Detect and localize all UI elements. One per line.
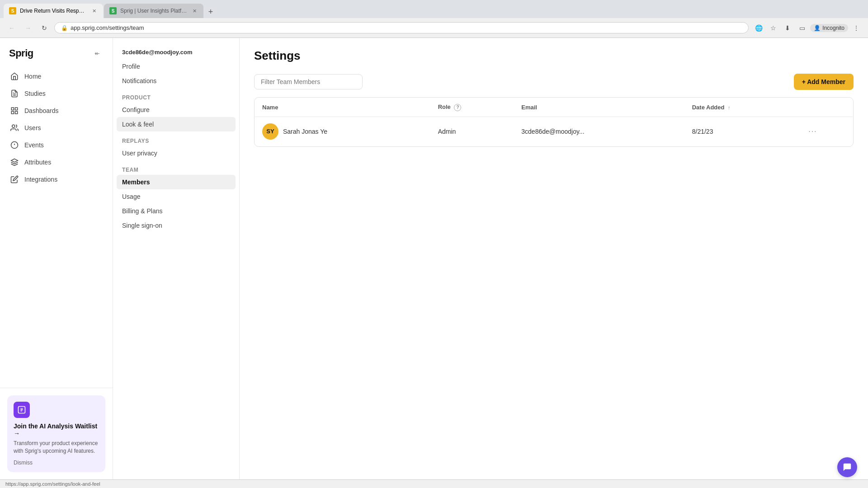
ai-card-description: Transform your product experience with S…	[14, 440, 99, 455]
member-name: Sarah Jonas Ye	[283, 128, 327, 135]
ai-analysis-card: Join the AI Analysis Waitlist → Transfor…	[7, 395, 105, 472]
team-table-body: SY Sarah Jonas Ye Admin 3cde86de@moodjoy…	[255, 117, 853, 146]
sidebar-item-home[interactable]: Home	[5, 68, 107, 85]
main-area: 3cde86de@moodjoy.com Profile Notificatio…	[113, 38, 868, 479]
status-url: https://app.sprig.com/settings/look-and-…	[5, 481, 100, 487]
member-date-cell: 8/21/23	[685, 117, 802, 146]
lock-icon: 🔒	[61, 25, 68, 31]
col-email: Email	[514, 98, 684, 117]
users-icon	[10, 123, 19, 132]
sidebar-header: Sprig ↞	[0, 38, 113, 64]
status-bar: https://app.sprig.com/settings/look-and-…	[0, 479, 868, 488]
settings-nav-user-privacy[interactable]: User privacy	[113, 146, 239, 160]
forward-button[interactable]: →	[22, 22, 34, 34]
sidebar-item-studies[interactable]: Studies	[5, 85, 107, 102]
team-table-wrapper: Name Role ? Email Date Added ↑	[254, 97, 854, 147]
settings-nav-look-and-feel[interactable]: Look & feel	[117, 117, 236, 131]
page-title: Settings	[254, 49, 854, 63]
col-date-added[interactable]: Date Added ↑	[685, 98, 802, 117]
chat-widget-button[interactable]	[837, 457, 857, 477]
sidebar-item-integrations[interactable]: Integrations	[5, 171, 107, 188]
sidebar-item-attributes-label: Attributes	[24, 159, 51, 166]
svg-rect-2	[11, 108, 14, 110]
settings-content: Settings + Add Member Name Role ? Ema	[240, 38, 868, 479]
incognito-label: Incognito	[822, 25, 844, 31]
sidebar-item-studies-label: Studies	[24, 90, 46, 97]
app-wrapper: Sprig ↞ Home Studies Dashboards	[0, 38, 868, 479]
settings-section-replays: Replays	[113, 131, 239, 146]
reload-button[interactable]: ↻	[38, 22, 51, 34]
settings-nav-members[interactable]: Members	[117, 175, 236, 189]
sidebar: Sprig ↞ Home Studies Dashboards	[0, 38, 113, 479]
svg-marker-10	[11, 159, 18, 163]
download-icon[interactable]: ⬇	[781, 22, 794, 34]
sidebar-nav: Home Studies Dashboards Users	[0, 64, 113, 388]
bookmark-icon[interactable]: ☆	[767, 22, 779, 34]
tab-2-close[interactable]: ✕	[191, 7, 198, 14]
sidebar-item-users[interactable]: Users	[5, 119, 107, 136]
col-actions	[801, 98, 853, 117]
table-actions: + Add Member	[254, 74, 854, 90]
incognito-avatar: 👤	[814, 25, 821, 31]
cast-icon[interactable]: ▭	[796, 22, 808, 34]
tab-bar: S Drive Return Visits Responses ✕ S Spri…	[0, 0, 868, 18]
tab-1-close[interactable]: ✕	[90, 7, 98, 14]
svg-rect-4	[11, 112, 14, 114]
back-button[interactable]: ←	[5, 22, 18, 34]
tab-1[interactable]: S Drive Return Visits Responses ✕	[4, 4, 103, 18]
settings-section-product: Product	[113, 88, 239, 103]
tab-2-title: Sprig | User Insights Platform for...	[120, 8, 187, 14]
svg-point-6	[12, 125, 15, 127]
settings-nav-single-sign-on[interactable]: Single sign-on	[113, 218, 239, 233]
collapse-sidebar-button[interactable]: ↞	[91, 47, 104, 60]
add-member-button[interactable]: + Add Member	[794, 74, 854, 90]
translate-icon[interactable]: 🌐	[752, 22, 765, 34]
new-tab-button[interactable]: +	[204, 5, 217, 18]
events-icon	[10, 141, 19, 150]
ai-card-title[interactable]: Join the AI Analysis Waitlist →	[14, 422, 99, 437]
team-table: Name Role ? Email Date Added ↑	[255, 98, 853, 146]
member-actions-cell: ···	[801, 117, 853, 146]
attributes-icon	[10, 158, 19, 167]
sidebar-item-attributes[interactable]: Attributes	[5, 154, 107, 171]
tab-1-favicon: S	[9, 7, 16, 14]
ai-card-icon	[14, 402, 30, 418]
browser-chrome: S Drive Return Visits Responses ✕ S Spri…	[0, 0, 868, 38]
member-role-cell: Admin	[431, 117, 514, 146]
settings-nav-billing-plans[interactable]: Billing & Plans	[113, 204, 239, 218]
settings-nav: 3cde86de@moodjoy.com Profile Notificatio…	[113, 38, 239, 240]
tab-2[interactable]: S Sprig | User Insights Platform for... …	[104, 4, 203, 18]
sidebar-bottom: Join the AI Analysis Waitlist → Transfor…	[0, 388, 113, 479]
tab-1-title: Drive Return Visits Responses	[20, 8, 87, 14]
settings-nav-profile[interactable]: Profile	[113, 59, 239, 74]
sidebar-item-integrations-label: Integrations	[24, 176, 57, 183]
table-row: SY Sarah Jonas Ye Admin 3cde86de@moodjoy…	[255, 117, 853, 146]
settings-nav-notifications[interactable]: Notifications	[113, 74, 239, 88]
sidebar-item-dashboards[interactable]: Dashboards	[5, 102, 107, 119]
col-name: Name	[255, 98, 431, 117]
settings-nav-usage[interactable]: Usage	[113, 189, 239, 204]
home-icon	[10, 72, 19, 81]
member-cell: SY Sarah Jonas Ye	[262, 123, 424, 140]
settings-sidebar: 3cde86de@moodjoy.com Profile Notificatio…	[113, 38, 240, 479]
logo: Sprig	[9, 47, 33, 59]
studies-icon	[10, 89, 19, 98]
omnibar: ← → ↻ 🔒 app.sprig.com/settings/team 🌐 ☆ …	[0, 18, 868, 38]
role-help-icon[interactable]: ?	[454, 104, 461, 111]
tab-2-favicon: S	[109, 7, 117, 14]
dismiss-button[interactable]: Dismiss	[14, 460, 99, 466]
filter-team-members-input[interactable]	[254, 74, 363, 89]
date-sort-icon: ↑	[728, 105, 731, 110]
sidebar-item-users-label: Users	[24, 124, 41, 131]
svg-rect-3	[15, 108, 18, 110]
settings-nav-configure[interactable]: Configure	[113, 103, 239, 117]
member-more-button[interactable]: ···	[808, 127, 817, 136]
incognito-button[interactable]: 👤 Incognito	[810, 24, 848, 32]
settings-section-team: Team	[113, 160, 239, 175]
svg-rect-5	[15, 112, 18, 114]
sidebar-item-events[interactable]: Events	[5, 136, 107, 154]
team-table-header: Name Role ? Email Date Added ↑	[255, 98, 853, 117]
member-name-cell: SY Sarah Jonas Ye	[255, 117, 431, 146]
menu-icon[interactable]: ⋮	[850, 22, 863, 34]
address-bar[interactable]: 🔒 app.sprig.com/settings/team	[54, 22, 749, 33]
